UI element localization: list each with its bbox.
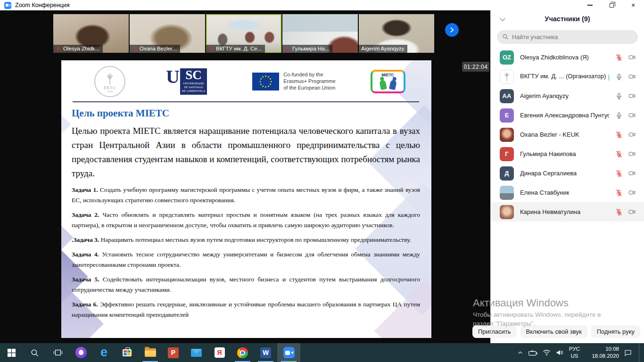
unmute-button[interactable]: Включить свой звук — [520, 325, 587, 338]
slide-title: Цель проекта MIETC — [72, 107, 420, 119]
participant-row[interactable]: Елена Ставбуник — [491, 183, 644, 202]
participant-av-controls — [615, 92, 636, 100]
restore-button[interactable] — [601, 0, 622, 10]
mail-icon — [191, 349, 202, 357]
thumbnail-name-label: Гульмира На... — [282, 45, 332, 53]
avatar — [500, 186, 514, 200]
avatar: Д — [500, 166, 514, 181]
camera-icon — [628, 92, 636, 99]
video-strip: Olesya Zhidk...Oxana Bezler...ВКГТУ им. … — [0, 14, 490, 53]
language-indicator[interactable]: РУС US — [569, 346, 580, 360]
powerpoint-icon: P — [168, 347, 179, 358]
shared-screen-slide: EKTU 1958 U SC UNIVERSIDADE DE SANTIAGO … — [61, 60, 431, 338]
minimize-button[interactable] — [579, 0, 601, 10]
taskbar-button-search[interactable] — [23, 343, 46, 362]
chevron-right-icon — [449, 27, 455, 33]
participant-name: Aigerim Ayanqyzy — [520, 92, 569, 99]
camera-icon — [628, 170, 636, 177]
window-title: Zoom Конференция — [15, 2, 70, 8]
avatar — [500, 205, 514, 219]
participant-row[interactable]: Карина Невматулина — [491, 202, 644, 222]
video-thumbnail[interactable]: Aigerim Ayanqyzy — [359, 14, 434, 53]
tray-chevron-up-icon[interactable] — [517, 350, 523, 356]
camera-icon — [628, 112, 636, 119]
taskbar-button-task-view[interactable] — [46, 343, 69, 362]
participant-row[interactable]: Oxana Bezler - KEUK — [491, 125, 644, 144]
taskbar-button-zoom[interactable] — [277, 343, 300, 362]
chevron-down-icon[interactable] — [500, 16, 505, 21]
participant-av-controls — [615, 208, 636, 216]
volume-icon[interactable] — [556, 349, 564, 356]
avatar: Е — [500, 108, 514, 123]
avatar — [500, 70, 514, 84]
slide-task-paragraph: Задача 4. Установить тесное сотрудничест… — [72, 249, 420, 270]
mic-muted-icon — [615, 131, 623, 139]
battery-icon[interactable] — [528, 350, 537, 356]
participant-name: Oxana Bezler - KEUK — [520, 131, 579, 138]
mic-muted-icon — [132, 46, 138, 51]
action-center-icon[interactable] — [624, 349, 632, 356]
video-thumbnail[interactable]: Oxana Bezler... — [130, 14, 205, 53]
participant-row[interactable]: AAAigerim Ayanqyzy — [491, 86, 644, 106]
wifi-icon[interactable] — [543, 349, 551, 356]
participants-title: Участники (9) — [545, 15, 590, 23]
search-participant-input[interactable] — [497, 30, 638, 44]
avatar: OZ — [500, 50, 514, 65]
task-view-icon — [53, 348, 63, 357]
avatar — [500, 128, 514, 142]
taskbar-button-alice[interactable] — [69, 343, 92, 362]
raise-hand-button[interactable]: Поднять руку — [591, 325, 640, 338]
participants-list: OZOlesya Zhidkoblinova (Я)ВКГТУ им. Д. .… — [491, 48, 644, 222]
mic-muted-icon — [285, 46, 290, 51]
participant-row[interactable]: ГГульмира Накипова — [491, 144, 644, 164]
participant-name: Карина Невматулина — [520, 208, 580, 215]
thumbnail-name-label: Olesya Zhidk... — [53, 45, 103, 53]
clock[interactable]: 10:08 18.08.2020 — [585, 346, 619, 360]
participant-av-controls — [615, 112, 636, 119]
participant-name: ВКГТУ им. Д. ... (Организатор)↑ — [520, 73, 609, 81]
taskbar-button-yandex-browser[interactable]: Я — [208, 343, 231, 362]
taskbar-button-edge[interactable]: e — [92, 343, 116, 362]
eu-erasmus-logo: Co-funded by the Erasmus+ Programme of t… — [252, 72, 335, 91]
next-videos-button[interactable] — [445, 23, 459, 37]
taskbar-button-mail[interactable] — [185, 343, 208, 362]
edge-icon: e — [100, 347, 107, 358]
eu-flag-stars — [252, 73, 279, 90]
mietc-figure-blue — [389, 80, 397, 90]
participant-row[interactable]: OZOlesya Zhidkoblinova (Я) — [491, 48, 644, 67]
taskbar-button-powerpoint[interactable]: P — [162, 343, 185, 362]
taskbar-button-start[interactable] — [0, 343, 23, 362]
participant-row[interactable]: ДДинара Сергалиева — [491, 164, 644, 183]
slide-task-paragraph: Задача 5. Содействовать интернационализа… — [72, 274, 420, 295]
participant-name: Евгения Александровна Пунтус — [520, 112, 609, 119]
mic-muted-icon — [615, 170, 623, 177]
slide-tasks: Задача 1. Создать учебную программу маги… — [72, 185, 420, 320]
file-explorer-icon — [145, 348, 156, 357]
participant-row[interactable]: ЕЕвгения Александровна Пунтус — [491, 106, 644, 125]
video-thumbnail[interactable]: Гульмира На... — [282, 14, 358, 53]
title-bar: Zoom Конференция × — [0, 0, 644, 10]
taskbar-button-store[interactable] — [116, 343, 139, 362]
microsoft-store-icon — [123, 349, 132, 356]
video-thumbnail[interactable]: ВКГТУ им. Д. Се... — [206, 14, 281, 53]
taskbar-button-file-explorer[interactable] — [139, 343, 162, 362]
thumbnail-name-label: Aigerim Ayanqyzy — [359, 45, 407, 53]
minimize-icon — [587, 5, 593, 6]
avatar: Г — [500, 147, 514, 161]
taskbar-button-word[interactable]: W — [254, 343, 277, 362]
invite-button[interactable]: Пригласить — [472, 325, 517, 338]
close-button[interactable]: × — [622, 0, 644, 10]
chrome-icon — [237, 347, 248, 358]
video-thumbnail[interactable]: Olesya Zhidk... — [53, 14, 129, 53]
taskbar-button-chrome[interactable] — [231, 343, 254, 362]
zoom-app-icon — [4, 2, 11, 9]
thumbnail-name-label: Oxana Bezler... — [130, 45, 180, 53]
participant-name: Гульмира Накипова — [520, 150, 576, 157]
mic-icon — [615, 73, 623, 81]
meeting-timer: 01:22:04 — [462, 62, 489, 72]
show-desktop-button[interactable] — [639, 343, 641, 362]
word-icon: W — [260, 347, 271, 358]
mietc-logo: MIETC — [371, 70, 405, 93]
mietc-figure-green — [379, 80, 387, 90]
participant-row[interactable]: ВКГТУ им. Д. ... (Организатор)↑ — [491, 67, 644, 86]
